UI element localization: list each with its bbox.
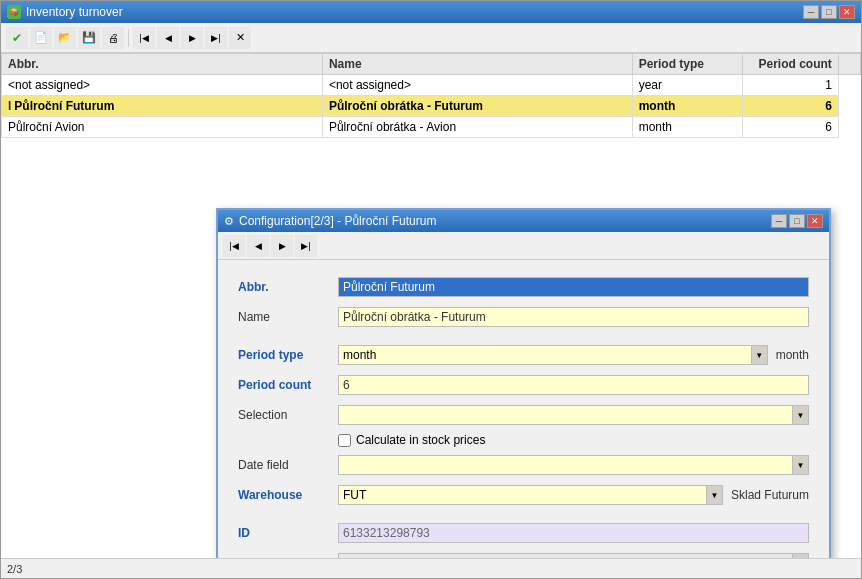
open-button[interactable]: 📂 xyxy=(54,27,76,49)
selected-row-abbr-container: I Půlroční Futurum xyxy=(8,99,316,113)
minimize-button[interactable]: ─ xyxy=(803,5,819,19)
id-label: ID xyxy=(238,526,338,540)
date-field-dropdown-arrow[interactable]: ▼ xyxy=(792,456,808,474)
next-record-button[interactable]: ▶ xyxy=(181,27,203,49)
save-button[interactable]: 💾 xyxy=(78,27,100,49)
title-bar-left: 📦 Inventory turnover xyxy=(7,5,123,19)
header-abbr: Abbr. xyxy=(2,54,323,75)
table-row[interactable]: Půlroční Avion Půlroční obrátka - Avion … xyxy=(2,117,861,138)
row2-name: Půlroční obrátka - Futurum xyxy=(322,96,632,117)
warehouse-label: Warehouse xyxy=(238,488,338,502)
close-button[interactable]: ✕ xyxy=(839,5,855,19)
abbr-row: Abbr. xyxy=(238,275,809,299)
form-separator-2 xyxy=(238,513,809,521)
next-icon: ▶ xyxy=(189,33,196,43)
dialog-first-icon: |◀ xyxy=(229,241,238,251)
row3-abbr: Půlroční Avion xyxy=(2,117,323,138)
dialog-controls: ─ □ ✕ xyxy=(771,214,823,228)
row1-period-type: year xyxy=(632,75,743,96)
prev-icon: ◀ xyxy=(165,33,172,43)
name-input[interactable] xyxy=(338,307,809,327)
calc-stock-row: Calculate in stock prices xyxy=(238,433,809,447)
row1-period-count: 1 xyxy=(743,75,839,96)
dialog-prev-button[interactable]: ◀ xyxy=(247,235,269,257)
toolbar-separator xyxy=(128,29,129,47)
last-calc-dropdown[interactable]: ▼ xyxy=(338,553,809,558)
check-button[interactable]: ✔ xyxy=(6,27,28,49)
name-row: Name xyxy=(238,305,809,329)
row1-name: <not assigned> xyxy=(322,75,632,96)
row2-period-count: 6 xyxy=(743,96,839,117)
warehouse-dropdown-arrow[interactable]: ▼ xyxy=(706,486,722,504)
dialog-maximize-button[interactable]: □ xyxy=(789,214,805,228)
last-calc-dropdown-arrow[interactable]: ▼ xyxy=(792,554,808,558)
dialog-minimize-button[interactable]: ─ xyxy=(771,214,787,228)
selection-input[interactable] xyxy=(339,406,792,424)
warehouse-group: ▼ Sklad Futurum xyxy=(338,485,809,505)
row3-period-count: 6 xyxy=(743,117,839,138)
table-container: Abbr. Name Period type Period count <not… xyxy=(1,53,861,558)
delete-button[interactable]: ✕ xyxy=(229,27,251,49)
new-icon: 📄 xyxy=(34,31,48,44)
calc-stock-checkbox[interactable] xyxy=(338,434,351,447)
dialog-last-icon: ▶| xyxy=(301,241,310,251)
prev-record-button[interactable]: ◀ xyxy=(157,27,179,49)
selection-dropdown-arrow[interactable]: ▼ xyxy=(792,406,808,424)
warehouse-display: Sklad Futurum xyxy=(731,488,809,502)
date-field-dropdown[interactable]: ▼ xyxy=(338,455,809,475)
open-icon: 📂 xyxy=(58,31,72,44)
dialog-next-icon: ▶ xyxy=(279,241,286,251)
main-toolbar: ✔ 📄 📂 💾 🖨 |◀ ◀ ▶ ▶| ✕ xyxy=(1,23,861,53)
dialog-title-left: ⚙ Configuration[2/3] - Půlroční Futurum xyxy=(224,214,436,228)
date-field-input[interactable] xyxy=(339,456,792,474)
calc-stock-label: Calculate in stock prices xyxy=(356,433,485,447)
last-icon: ▶| xyxy=(211,33,220,43)
dialog-toolbar: |◀ ◀ ▶ ▶| xyxy=(218,232,829,260)
new-button[interactable]: 📄 xyxy=(30,27,52,49)
maximize-button[interactable]: □ xyxy=(821,5,837,19)
dialog-close-button[interactable]: ✕ xyxy=(807,214,823,228)
table-row[interactable]: <not assigned> <not assigned> year 1 xyxy=(2,75,861,96)
row3-name: Půlroční obrátka - Avion xyxy=(322,117,632,138)
print-button[interactable]: 🖨 xyxy=(102,27,124,49)
period-count-row: Period count xyxy=(238,373,809,397)
check-icon: ✔ xyxy=(12,31,22,45)
last-record-button[interactable]: ▶| xyxy=(205,27,227,49)
row2-abbr-text: Půlroční Futurum xyxy=(14,99,114,113)
print-icon: 🖨 xyxy=(108,32,119,44)
configuration-dialog: ⚙ Configuration[2/3] - Půlroční Futurum … xyxy=(216,208,831,558)
selection-label: Selection xyxy=(238,408,338,422)
title-controls: ─ □ ✕ xyxy=(803,5,855,19)
period-type-label: Period type xyxy=(238,348,338,362)
save-icon: 💾 xyxy=(82,31,96,44)
header-period-type: Period type xyxy=(632,54,743,75)
first-icon: |◀ xyxy=(139,33,148,43)
period-type-dropdown[interactable]: ▼ xyxy=(338,345,768,365)
id-row: ID xyxy=(238,521,809,545)
main-window: 📦 Inventory turnover ─ □ ✕ ✔ 📄 📂 💾 🖨 |◀ xyxy=(0,0,862,579)
warehouse-input[interactable] xyxy=(339,486,706,504)
dialog-next-button[interactable]: ▶ xyxy=(271,235,293,257)
period-type-display: month xyxy=(776,348,809,362)
dialog-title-icon: ⚙ xyxy=(224,215,234,228)
status-text: 2/3 xyxy=(7,563,22,575)
period-type-input[interactable] xyxy=(339,346,751,364)
first-record-button[interactable]: |◀ xyxy=(133,27,155,49)
table-row[interactable]: I Půlroční Futurum Půlroční obrátka - Fu… xyxy=(2,96,861,117)
abbr-input[interactable] xyxy=(338,277,809,297)
status-bar: 2/3 xyxy=(1,558,861,578)
period-count-input[interactable] xyxy=(338,375,809,395)
header-period-count: Period count xyxy=(743,54,839,75)
dialog-content: Abbr. Name Period type ▼ xyxy=(218,260,829,558)
selection-dropdown[interactable]: ▼ xyxy=(338,405,809,425)
id-input xyxy=(338,523,809,543)
dialog-prev-icon: ◀ xyxy=(255,241,262,251)
warehouse-dropdown[interactable]: ▼ xyxy=(338,485,723,505)
dialog-first-button[interactable]: |◀ xyxy=(223,235,245,257)
dialog-title-bar: ⚙ Configuration[2/3] - Půlroční Futurum … xyxy=(218,210,829,232)
data-table: Abbr. Name Period type Period count <not… xyxy=(1,53,861,138)
header-name: Name xyxy=(322,54,632,75)
dialog-last-button[interactable]: ▶| xyxy=(295,235,317,257)
period-type-dropdown-arrow[interactable]: ▼ xyxy=(751,346,767,364)
last-calc-input[interactable] xyxy=(339,554,792,558)
